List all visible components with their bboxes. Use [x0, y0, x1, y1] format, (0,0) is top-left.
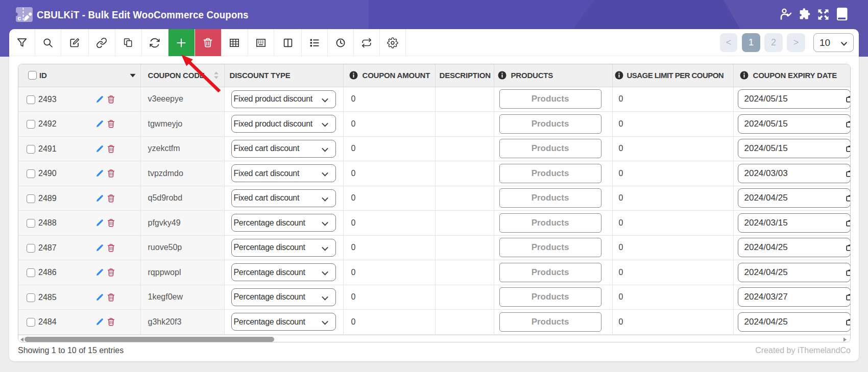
svg-text:c: c: [18, 15, 21, 22]
